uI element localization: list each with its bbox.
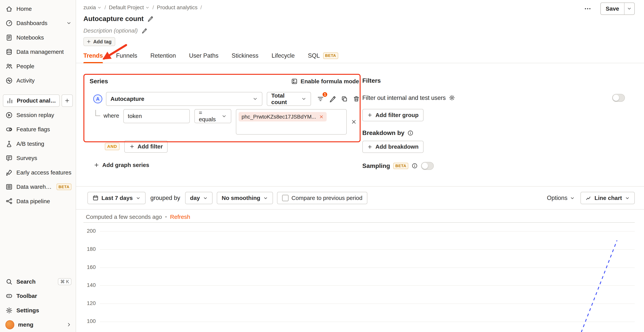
sidebar-item-meng[interactable]: meng: [0, 318, 76, 332]
sampling-toggle[interactable]: [421, 162, 434, 170]
sidebar-item-surveys[interactable]: Surveys: [0, 151, 76, 165]
series-heading: Series: [90, 78, 108, 85]
sidebar-item-toolbar[interactable]: Toolbar: [0, 289, 76, 303]
sidebar-item-data-pipeline[interactable]: Data pipeline: [0, 194, 76, 208]
sidebar-item-label: Session replay: [16, 112, 72, 118]
add-filter-group-button[interactable]: Add filter group: [362, 109, 424, 121]
ellipsis-icon: [584, 5, 591, 12]
property-value-box[interactable]: phc_PrwtoKZs8ec17JSBdYM...: [236, 109, 347, 135]
add-filter-button[interactable]: Add filter: [124, 140, 168, 153]
internal-users-label: Filter out internal and test users: [362, 94, 446, 101]
close-icon: [351, 119, 357, 125]
delete-series-button[interactable]: [352, 95, 361, 103]
sidebar-item-feature-flags[interactable]: Feature flags: [0, 122, 76, 137]
series-badge-a[interactable]: A: [93, 94, 102, 104]
home-icon: [6, 5, 13, 12]
dashboards-icon: [6, 19, 13, 27]
edit-description-button[interactable]: [142, 28, 147, 33]
and-row: AND Add filter: [90, 140, 360, 153]
rename-series-button[interactable]: [328, 95, 337, 103]
enable-formula-mode-button[interactable]: Enable formula mode: [290, 77, 361, 85]
trend-line: [581, 240, 617, 332]
data-management-icon: [6, 48, 13, 55]
tab-funnels[interactable]: Funnels: [116, 49, 137, 63]
tab-trends[interactable]: Trends: [84, 49, 103, 63]
sidebar-item-notebooks[interactable]: Notebooks: [0, 30, 76, 44]
info-icon[interactable]: [407, 130, 414, 136]
sidebar-item-label: Data warehouse: [16, 183, 53, 190]
sidebar-item-settings[interactable]: Settings: [0, 303, 76, 318]
options-button[interactable]: Options: [545, 194, 577, 202]
internal-users-toggle[interactable]: [612, 94, 625, 102]
sidebar-item-session-replay[interactable]: Session replay: [0, 108, 76, 122]
sidebar-item-data-management[interactable]: Data management: [0, 45, 76, 59]
sampling-beta-badge: BETA: [393, 163, 408, 169]
tab-retention[interactable]: Retention: [150, 49, 176, 63]
save-dropdown-button[interactable]: [624, 3, 634, 14]
info-icon[interactable]: [412, 163, 418, 169]
add-breakdown-button[interactable]: Add breakdown: [362, 141, 424, 153]
add-tag-button[interactable]: Add tag: [84, 37, 115, 46]
tab-lifecycle[interactable]: Lifecycle: [272, 49, 295, 63]
chevron-down-icon: [97, 5, 102, 10]
series-row: A Autocapture Total count 1: [93, 92, 360, 106]
sidebar-item-data-warehouse[interactable]: Data warehouseBETA: [0, 180, 76, 194]
chart-type-select[interactable]: Line chart: [580, 192, 634, 204]
and-badge: AND: [105, 143, 120, 150]
sidebar-item-a-b-testing[interactable]: A/B testing: [0, 137, 76, 151]
series-filter-button[interactable]: 1: [316, 94, 325, 104]
compare-toggle-button[interactable]: Compare to previous period: [277, 192, 367, 204]
sidebar-new-insight-button[interactable]: [62, 94, 72, 107]
remove-value-icon[interactable]: [319, 114, 324, 119]
event-select[interactable]: Autocapture: [106, 92, 262, 106]
property-value-chip[interactable]: phc_PrwtoKZs8ec17JSBdYM...: [238, 112, 327, 122]
refresh-link[interactable]: Refresh: [170, 214, 190, 220]
sidebar-item-product-analytics: Product analytics: [0, 94, 76, 108]
chevron-down-icon: [145, 5, 150, 10]
sidebar-item-early-access-features[interactable]: Early access features: [0, 165, 76, 179]
duplicate-series-button[interactable]: [340, 95, 349, 103]
data-pipeline-icon: [6, 197, 13, 205]
compare-checkbox[interactable]: [282, 195, 288, 201]
toggle-knob: [613, 95, 619, 101]
copy-icon: [341, 95, 348, 102]
sidebar-item-product-analytics[interactable]: Product analytics: [3, 94, 60, 107]
plus-icon: [367, 112, 372, 118]
tab-sql[interactable]: SQLBETA: [308, 49, 338, 63]
status-row: Computed a few seconds ago • Refresh: [76, 209, 644, 220]
sidebar-item-home[interactable]: Home: [0, 2, 76, 16]
tab-user-paths[interactable]: User Paths: [189, 49, 218, 63]
feature-flags-icon: [6, 126, 13, 133]
operator-select[interactable]: = equals: [194, 109, 232, 123]
aggregation-select[interactable]: Total count: [267, 92, 311, 106]
chevron-down-icon: [66, 20, 72, 26]
breadcrumb-item-zuxia[interactable]: zuxia: [84, 4, 102, 10]
toggle-knob: [422, 163, 428, 169]
add-graph-series-button[interactable]: Add graph series: [94, 162, 149, 168]
smoothing-select[interactable]: No smoothing: [217, 192, 273, 204]
calendar-icon: [92, 195, 99, 201]
description-placeholder[interactable]: Description (optional): [84, 27, 138, 34]
sidebar-item-search[interactable]: Search⌘ K: [0, 275, 76, 289]
breadcrumb-item-product-analytics[interactable]: Product analytics: [157, 4, 198, 10]
sampling-row: Sampling BETA: [362, 162, 635, 170]
breadcrumb-item-default-project[interactable]: Default Project: [109, 4, 150, 10]
early-access-icon: [6, 169, 13, 176]
save-button[interactable]: Save: [601, 3, 624, 14]
sidebar-item-label: Settings: [16, 307, 72, 314]
edit-title-button[interactable]: [147, 16, 154, 22]
gear-icon[interactable]: [449, 94, 455, 101]
breadcrumb-label: zuxia: [84, 4, 96, 10]
date-range-button[interactable]: Last 7 days: [88, 192, 145, 204]
property-filter-row: where token = equals phc_PrwtoKZs8ec17JS…: [90, 109, 360, 135]
sidebar-item-people[interactable]: People: [0, 59, 76, 73]
sidebar-item-dashboards[interactable]: Dashboards: [0, 16, 76, 30]
remove-filter-button[interactable]: [350, 118, 358, 126]
interval-select[interactable]: day: [185, 192, 213, 204]
pencil-icon: [142, 28, 147, 33]
more-menu-button[interactable]: [582, 3, 593, 14]
sidebar-item-activity[interactable]: Activity: [0, 73, 76, 88]
property-select[interactable]: token: [123, 109, 190, 123]
tab-stickiness[interactable]: Stickiness: [232, 49, 258, 63]
ab-testing-icon: [6, 140, 13, 148]
